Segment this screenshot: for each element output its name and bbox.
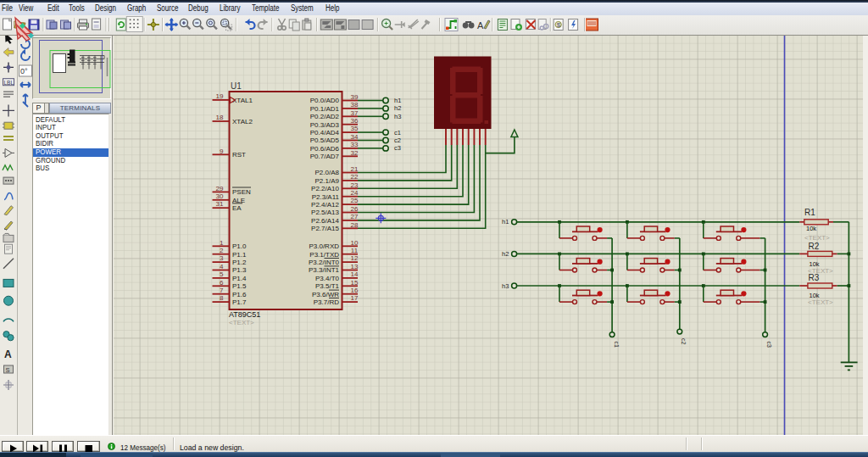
svg-text:P3.0/RXD: P3.0/RXD [309, 242, 339, 250]
svg-text:10k: 10k [806, 225, 816, 232]
svg-text:9: 9 [220, 148, 224, 155]
svg-text:LBL: LBL [4, 80, 14, 86]
svg-text:24: 24 [351, 189, 359, 197]
svg-text:P3.3/INT1: P3.3/INT1 [309, 266, 340, 274]
svg-text:32: 32 [351, 149, 359, 157]
svg-text:36: 36 [351, 117, 359, 125]
svg-text:23: 23 [351, 181, 359, 189]
svg-text:RST: RST [232, 151, 246, 159]
svg-text:EA: EA [232, 204, 242, 212]
svg-text:29: 29 [216, 185, 224, 192]
svg-text:XTAL2: XTAL2 [232, 118, 253, 125]
svg-text:17: 17 [351, 294, 359, 302]
svg-text:P2.6/A14: P2.6/A14 [311, 217, 339, 225]
svg-text:P0.4/AD4: P0.4/AD4 [310, 129, 340, 137]
svg-text:<TEXT>: <TEXT> [229, 319, 254, 326]
svg-text:7: 7 [220, 287, 224, 294]
svg-text:AT89C51: AT89C51 [229, 310, 260, 319]
svg-text:P3.4/T0: P3.4/T0 [315, 275, 340, 282]
svg-text:c3: c3 [766, 342, 772, 348]
svg-text:<TEXT>: <TEXT> [808, 298, 833, 306]
svg-text:P0.0/AD0: P0.0/AD0 [310, 97, 340, 104]
svg-text:c3: c3 [394, 144, 401, 152]
svg-text:h1: h1 [394, 97, 401, 104]
svg-text:c2: c2 [394, 137, 401, 144]
svg-text:P2.7/A15: P2.7/A15 [311, 225, 339, 232]
svg-text:P2.2/A10: P2.2/A10 [311, 185, 339, 192]
svg-text:30: 30 [216, 192, 224, 200]
svg-text:$: $ [557, 21, 561, 29]
svg-text:P0.1/AD1: P0.1/AD1 [310, 105, 340, 113]
svg-text:11: 11 [351, 247, 359, 254]
svg-text:P1.6: P1.6 [232, 291, 247, 298]
svg-text:14: 14 [351, 270, 359, 278]
svg-text:6: 6 [220, 279, 224, 287]
svg-text:A: A [477, 20, 484, 31]
svg-text:P2.4/A12: P2.4/A12 [311, 201, 339, 209]
svg-text:0°: 0° [20, 67, 28, 75]
svg-text:h3: h3 [394, 113, 401, 120]
svg-text:c1: c1 [394, 129, 401, 137]
svg-text:12: 12 [351, 254, 359, 262]
svg-text:P3.2/INT0: P3.2/INT0 [309, 259, 340, 266]
svg-text:P3.6/WR: P3.6/WR [312, 291, 339, 298]
svg-text:15: 15 [351, 279, 359, 287]
svg-text:10: 10 [351, 239, 359, 247]
svg-text:19: 19 [216, 92, 224, 100]
svg-text:P2.5/A13: P2.5/A13 [311, 209, 339, 216]
svg-text:P2.1/A9: P2.1/A9 [315, 177, 340, 185]
svg-text:37: 37 [351, 109, 359, 117]
svg-text:ALE: ALE [232, 197, 245, 204]
svg-text:h2: h2 [502, 250, 509, 258]
svg-text:4: 4 [220, 263, 224, 270]
svg-text:<TEXT>: <TEXT> [804, 234, 830, 242]
svg-text:P0.7/AD7: P0.7/AD7 [310, 153, 340, 160]
svg-text:P0.6/AD6: P0.6/AD6 [310, 145, 340, 153]
svg-text:c1: c1 [614, 342, 620, 348]
svg-text:26: 26 [351, 205, 359, 213]
svg-text:P3.1/TXD: P3.1/TXD [309, 251, 339, 259]
svg-text:34: 34 [351, 133, 359, 141]
svg-text:U1: U1 [231, 81, 242, 91]
svg-text:P1.3: P1.3 [232, 266, 247, 274]
svg-text:P0.3/AD3: P0.3/AD3 [310, 121, 340, 129]
svg-text:8: 8 [220, 294, 224, 302]
svg-text:P1.7: P1.7 [232, 298, 247, 306]
svg-text:P2.3/A11: P2.3/A11 [312, 193, 340, 201]
svg-text:R1: R1 [804, 208, 815, 217]
svg-text:R3: R3 [809, 273, 820, 282]
svg-text:27: 27 [351, 213, 359, 220]
svg-text:13: 13 [351, 263, 359, 270]
svg-text:P0.2/AD2: P0.2/AD2 [310, 113, 340, 120]
svg-text:38: 38 [351, 101, 359, 109]
svg-text:c2: c2 [681, 338, 687, 345]
svg-text:35: 35 [351, 125, 359, 132]
svg-text:P3.7/RD: P3.7/RD [314, 298, 339, 306]
svg-text:A: A [4, 348, 12, 360]
svg-text:P2.0/A8: P2.0/A8 [315, 169, 340, 176]
svg-text:h3: h3 [502, 282, 509, 290]
svg-text:3: 3 [220, 254, 224, 262]
svg-text:21: 21 [351, 165, 359, 173]
svg-text:25: 25 [351, 197, 359, 204]
svg-text:31: 31 [216, 200, 224, 208]
svg-text:P1.0: P1.0 [232, 242, 247, 250]
svg-text:P1.2: P1.2 [232, 259, 247, 266]
svg-text:2: 2 [220, 247, 224, 254]
svg-text:S: S [6, 366, 10, 374]
svg-text:P0.5/AD5: P0.5/AD5 [310, 137, 340, 144]
svg-text:39: 39 [351, 93, 359, 101]
svg-text:P1.1: P1.1 [232, 251, 247, 259]
svg-text:PSEN: PSEN [232, 188, 251, 196]
svg-text:1: 1 [220, 239, 224, 247]
svg-text:5: 5 [220, 270, 224, 278]
svg-text:R2: R2 [809, 242, 820, 251]
svg-text:18: 18 [216, 114, 224, 121]
svg-text:33: 33 [351, 141, 359, 148]
svg-text:P3.5/T1: P3.5/T1 [315, 282, 340, 290]
svg-text:22: 22 [351, 173, 359, 181]
svg-text:h1: h1 [502, 218, 509, 226]
svg-text:16: 16 [351, 287, 359, 294]
svg-text:P1.5: P1.5 [232, 282, 247, 290]
svg-text:h2: h2 [394, 104, 401, 112]
